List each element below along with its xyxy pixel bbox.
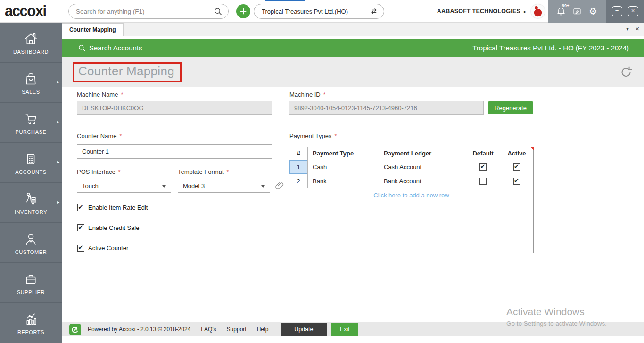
page-title: Counter Mapping — [73, 62, 182, 82]
global-search[interactable] — [68, 4, 229, 19]
pos-interface-select[interactable]: Touch — [77, 179, 171, 193]
active-counter-checkbox[interactable]: Active Counter — [77, 245, 128, 252]
machine-id-label: Machine ID* — [289, 91, 325, 98]
window-controls: − × — [606, 0, 644, 23]
default-cell[interactable] — [466, 160, 500, 174]
support-link[interactable]: Support — [227, 326, 247, 333]
sidebar-item-purchase[interactable]: PURCHASE ▸ — [0, 103, 62, 143]
attachment-paperclip-icon[interactable] — [275, 180, 285, 191]
trolley-icon — [23, 191, 39, 207]
required-mark: * — [121, 91, 123, 98]
sidebar-item-accounts[interactable]: ACCOUNTS ▸ — [0, 143, 62, 183]
sidebar-item-sales[interactable]: SALES ▸ — [0, 63, 62, 103]
counter-mapping-form: Machine Name* Machine ID* Regenerate Cou… — [62, 87, 644, 322]
checkbox-box[interactable] — [77, 224, 84, 231]
chevron-right-icon: ▸ — [57, 199, 59, 204]
search-input[interactable] — [76, 8, 214, 15]
tab-close-icon[interactable]: × — [635, 24, 639, 33]
machine-id-input — [289, 101, 484, 115]
chevron-right-icon: ▸ — [57, 79, 59, 84]
add-new-button[interactable] — [236, 4, 250, 18]
organization-menu[interactable]: AABASOFT TECHNOLOGIES ▸ — [437, 0, 526, 23]
organization-name: AABASOFT TECHNOLOGIES — [437, 8, 520, 15]
sidebar-item-inventory[interactable]: INVENTORY ▸ — [0, 183, 62, 223]
accent-line — [265, 0, 305, 1]
sidebar-item-reports[interactable]: REPORTS — [0, 303, 62, 343]
app-window: accoxi Tropical Treasures Pvt Ltd.(HO) A… — [0, 0, 644, 343]
switch-company-icon[interactable] — [369, 7, 379, 16]
payment-types-table: # Payment Type Payment Ledger Default Ac… — [289, 147, 534, 253]
payment-ledger-cell[interactable]: Bank Account — [379, 174, 466, 188]
avatar[interactable] — [531, 4, 545, 18]
chevron-right-icon: ▸ — [57, 119, 59, 124]
active-cell[interactable] — [500, 174, 533, 188]
table-row[interactable]: 2 Bank Bank Account — [289, 174, 533, 188]
sidebar-item-customer[interactable]: CUSTOMER — [0, 223, 62, 263]
required-mark: * — [118, 169, 121, 175]
column-header: Payment Type — [308, 147, 379, 160]
calculator-icon — [23, 151, 39, 167]
update-button[interactable]: Update — [281, 323, 327, 336]
regenerate-button[interactable]: Regenerate — [488, 101, 533, 114]
person-icon — [23, 231, 39, 247]
enable-credit-sale-checkbox[interactable]: Enable Credit Sale — [77, 224, 139, 231]
column-header: Active — [500, 147, 533, 160]
payment-type-cell[interactable]: Cash — [308, 160, 379, 174]
required-mark: * — [323, 91, 326, 98]
add-new-row-link[interactable]: Click here to add a new row — [289, 188, 533, 202]
messages-icon[interactable] — [571, 4, 583, 18]
column-header: Default — [466, 147, 500, 160]
required-mark: * — [120, 133, 122, 139]
search-accounts-label: Search Accounts — [89, 44, 142, 52]
notifications-bell-icon[interactable]: 99+ — [555, 4, 567, 18]
close-icon[interactable]: × — [628, 6, 638, 16]
search-icon[interactable] — [214, 7, 223, 16]
tab-counter-mapping[interactable]: Counter Mapping — [62, 23, 124, 36]
machine-name-input — [77, 101, 272, 115]
refresh-icon[interactable] — [619, 65, 633, 79]
chevron-right-icon: ▸ — [524, 9, 526, 14]
topbar-icon-strip: 99+ ⚙ — [548, 0, 606, 23]
sidebar-item-dashboard[interactable]: DASHBOARD — [0, 23, 62, 63]
table-header-row: # Payment Type Payment Ledger Default Ac… — [289, 147, 533, 160]
counter-name-input[interactable] — [77, 144, 272, 159]
exit-button[interactable]: Exit — [331, 323, 358, 336]
sidebar-item-supplier[interactable]: SUPPLIER — [0, 263, 62, 303]
counter-name-label: Counter Name* — [77, 132, 122, 139]
accoxi-logo-icon — [69, 324, 81, 335]
company-selector-label: Tropical Treasures Pvt Ltd.(HO) — [262, 8, 369, 15]
row-number-cell[interactable]: 2 — [289, 174, 308, 188]
help-link[interactable]: Help — [257, 326, 269, 333]
checkbox-box[interactable] — [77, 245, 84, 252]
checkbox-box[interactable] — [77, 204, 84, 211]
enable-item-rate-edit-checkbox[interactable]: Enable Item Rate Edit — [77, 204, 148, 211]
faqs-link[interactable]: FAQ's — [201, 326, 216, 333]
payment-ledger-cell[interactable]: Cash Account — [379, 160, 466, 174]
checkbox-box[interactable] — [479, 178, 487, 185]
active-cell[interactable] — [500, 160, 533, 174]
pos-interface-label: POS Interface* — [77, 168, 120, 175]
table-row[interactable]: 1 Cash Cash Account — [289, 160, 533, 174]
page-title-bar: Counter Mapping — [62, 57, 644, 87]
checkbox-box[interactable] — [479, 163, 487, 171]
checkbox-box[interactable] — [513, 163, 520, 171]
app-logo: accoxi — [5, 3, 46, 20]
payment-type-cell[interactable]: Bank — [308, 174, 379, 188]
tab-strip: Counter Mapping ▾ × — [62, 23, 644, 36]
search-accounts-button[interactable]: Search Accounts — [78, 44, 142, 52]
default-cell[interactable] — [466, 174, 500, 188]
tab-list-dropdown-icon[interactable]: ▾ — [626, 25, 629, 32]
template-format-label: Template Format* — [178, 168, 229, 175]
minimize-icon[interactable]: − — [612, 6, 622, 16]
module-header: Search Accounts Tropical Treasures Pvt L… — [62, 39, 644, 57]
checkbox-box[interactable] — [513, 178, 520, 185]
search-icon — [78, 44, 86, 52]
caret-down-icon — [261, 185, 265, 188]
company-selector[interactable]: Tropical Treasures Pvt Ltd.(HO) — [254, 4, 384, 19]
settings-gear-icon[interactable]: ⚙ — [587, 4, 599, 18]
plus-icon — [239, 8, 247, 15]
row-number-cell[interactable]: 1 — [289, 160, 308, 174]
template-format-select[interactable]: Model 3 — [178, 179, 270, 193]
caret-down-icon — [162, 185, 166, 188]
validation-corner-marker — [530, 147, 534, 150]
